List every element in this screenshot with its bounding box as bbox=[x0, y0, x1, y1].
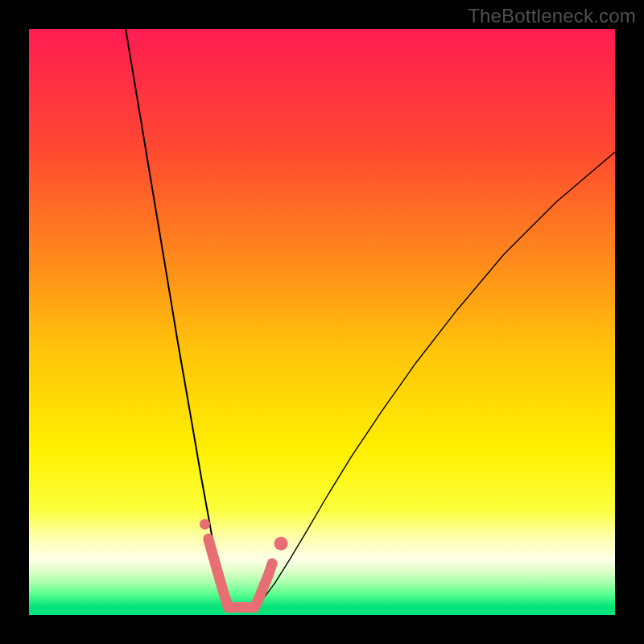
point-upper-left-dot bbox=[200, 519, 210, 530]
series-right-branch bbox=[254, 152, 615, 606]
watermark-text: TheBottleneck.com bbox=[468, 5, 636, 27]
series-valley-right-stub bbox=[254, 564, 272, 608]
chart-frame: TheBottleneck.com bbox=[0, 0, 644, 644]
series-left-branch bbox=[126, 29, 237, 606]
series-valley-left-stub bbox=[208, 539, 229, 607]
chart-plot-area bbox=[29, 29, 615, 615]
point-upper-right-dot bbox=[275, 537, 288, 551]
chart-curves-layer bbox=[29, 29, 615, 615]
